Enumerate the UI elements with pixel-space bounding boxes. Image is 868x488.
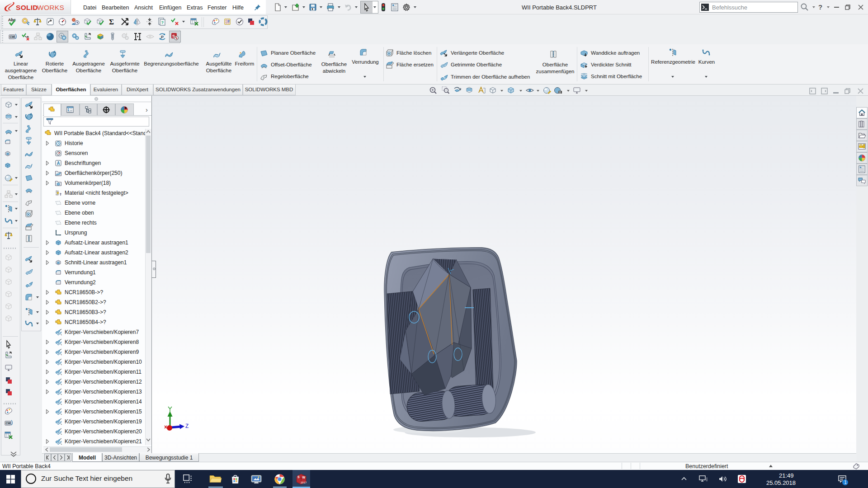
svg-text:Z: Z: [185, 423, 189, 430]
svg-text:#: #: [227, 19, 230, 23]
svg-text:S: S: [297, 475, 300, 479]
svg-text:WORKS: WORKS: [37, 4, 64, 11]
svg-text:Σ: Σ: [109, 18, 114, 26]
svg-text:SOLID: SOLID: [16, 4, 38, 11]
svg-text:?: ?: [161, 20, 164, 25]
svg-text:CW: CW: [10, 35, 15, 38]
svg-text:A: A: [57, 161, 60, 166]
svg-text:2017: 2017: [301, 481, 307, 484]
svg-text:CW: CW: [6, 422, 11, 425]
svg-text:W: W: [302, 476, 306, 479]
svg-text:P: P: [161, 35, 164, 39]
